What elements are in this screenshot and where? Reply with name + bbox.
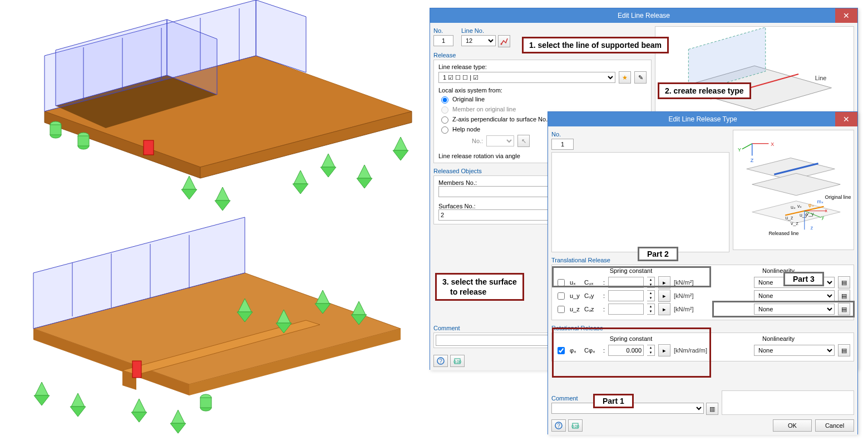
d2-no-input[interactable] — [551, 139, 574, 150]
model-viewport — [0, 0, 426, 440]
part1-label: Part 1 — [593, 394, 634, 408]
uz-nonlin[interactable]: None — [754, 304, 835, 315]
uz-spinner[interactable]: ▲▼ — [647, 304, 655, 315]
close-icon[interactable]: ✕ — [835, 8, 857, 23]
svg-text:z: z — [811, 225, 813, 231]
ok-button[interactable]: OK — [773, 419, 812, 432]
uy-check[interactable] — [558, 292, 565, 300]
svg-rect-22 — [132, 361, 141, 378]
ux-nl-edit[interactable]: ▤ — [838, 276, 850, 289]
phix-value[interactable] — [608, 345, 644, 356]
comment-lib-button[interactable]: ▥ — [706, 403, 718, 415]
local-axis-label: Local axis system from: — [438, 87, 647, 94]
d2-schematic: X Y Z Original line R — [733, 130, 854, 250]
svg-text:vₓ: vₓ — [797, 203, 802, 209]
part2-label: Part 2 — [638, 247, 678, 261]
rot-panel: Spring constant Nonlinearity φₓ Cφₓ: ▲▼ … — [551, 333, 854, 361]
phix-spinner[interactable]: ▲▼ — [647, 345, 655, 356]
rot-header: Rotational Release — [551, 325, 854, 331]
pick-line-button[interactable] — [498, 35, 510, 47]
svg-text:x: x — [825, 208, 827, 213]
ux-step[interactable]: ▸ — [658, 276, 670, 289]
callout-1: 1. select the line of supported beam — [522, 37, 669, 53]
d2-units-button[interactable]: 0.00 — [568, 419, 583, 432]
uy-value[interactable] — [608, 290, 644, 301]
uz-value[interactable] — [608, 304, 644, 315]
svg-text:Original line: Original line — [825, 194, 851, 200]
radio-member — [441, 106, 448, 114]
ux-check[interactable] — [558, 279, 565, 286]
svg-text:X: X — [771, 141, 774, 147]
dialog2-titlebar: Edit Line Release Type ✕ — [548, 112, 857, 126]
callout-3: 3. select the surface to release — [435, 273, 524, 301]
surf-no-select — [486, 135, 514, 146]
svg-text:0.00: 0.00 — [571, 424, 579, 428]
dialog1-title: Edit Line Release — [618, 12, 670, 19]
callout-2: 2. create release type — [658, 82, 751, 99]
part3-label: Part 3 — [783, 272, 824, 286]
uy-step[interactable]: ▸ — [658, 290, 670, 302]
no-label: No. — [433, 26, 453, 35]
new-release-type-button[interactable]: ★ — [619, 71, 631, 84]
dialog2-title: Edit Line Release Type — [668, 115, 737, 123]
d2-comment-preview — [722, 390, 854, 415]
uz-nl-edit[interactable]: ▤ — [838, 303, 850, 315]
units-button[interactable]: 0.00 — [450, 355, 465, 367]
help-button[interactable]: ? — [433, 355, 448, 367]
svg-text:v_y: v_y — [806, 211, 814, 217]
edit-release-type-button[interactable]: ✎ — [634, 71, 647, 84]
phix-nonlin[interactable]: None — [754, 345, 835, 356]
lineno-label: Line No. — [461, 26, 510, 35]
svg-text:φₓ: φₓ — [808, 202, 814, 208]
uz-step[interactable]: ▸ — [658, 303, 670, 315]
cancel-button[interactable]: Cancel — [815, 419, 854, 432]
phix-check[interactable] — [558, 347, 565, 354]
dialog1-titlebar: Edit Line Release ✕ — [430, 8, 857, 23]
svg-text:0.00: 0.00 — [453, 360, 461, 364]
phix-nl-edit[interactable]: ▤ — [838, 344, 850, 356]
svg-text:Line: Line — [815, 75, 827, 81]
svg-text:mₓ: mₓ — [817, 199, 823, 204]
svg-rect-7 — [144, 140, 154, 155]
svg-point-28 — [501, 43, 502, 45]
d2-preview — [551, 152, 729, 252]
svg-text:?: ? — [557, 423, 560, 429]
svg-text:Released line: Released line — [768, 231, 798, 236]
svg-text:Z: Z — [751, 158, 754, 163]
ux-value[interactable] — [608, 277, 644, 288]
trans-header: Translational Release — [551, 257, 854, 263]
close-icon[interactable]: ✕ — [835, 112, 857, 126]
svg-text:uₓ: uₓ — [791, 204, 796, 210]
svg-text:Y: Y — [738, 147, 741, 153]
d2-help-button[interactable]: ? — [551, 419, 566, 432]
svg-text:y: y — [822, 214, 825, 220]
svg-text:?: ? — [439, 358, 442, 364]
uy-nl-edit[interactable]: ▤ — [838, 290, 850, 302]
ux-spinner[interactable]: ▲▼ — [647, 277, 655, 288]
svg-marker-44 — [752, 173, 841, 195]
d2-no-label: No. — [551, 130, 729, 139]
lineno-select[interactable]: 12 — [461, 35, 496, 46]
uz-check[interactable] — [558, 306, 565, 313]
radio-zaxis[interactable] — [441, 116, 448, 124]
d2-comment-label: Comment — [551, 395, 718, 402]
radio-helpnode[interactable] — [441, 126, 448, 134]
pick-surf-button[interactable]: ↖ — [517, 135, 530, 147]
phix-step[interactable]: ▸ — [658, 344, 670, 356]
release-type-label: Line release type: — [438, 63, 647, 70]
uy-nonlin[interactable]: None — [754, 290, 835, 301]
svg-text:v_z: v_z — [791, 221, 798, 226]
svg-line-39 — [742, 144, 752, 149]
no-input[interactable] — [433, 35, 453, 46]
uy-spinner[interactable]: ▲▼ — [647, 290, 655, 301]
radio-original-line[interactable] — [441, 96, 448, 104]
release-type-select[interactable]: 1 ☑ ☐ ☐ | ☑ — [438, 72, 615, 83]
svg-text:u_z: u_z — [785, 216, 793, 221]
